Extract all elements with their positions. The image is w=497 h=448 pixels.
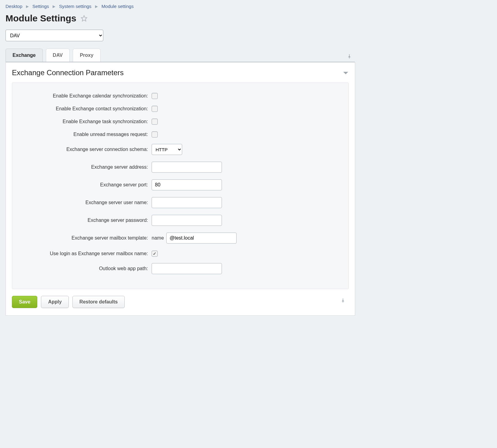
label-unread-req: Enable unread messages request: bbox=[20, 132, 152, 137]
breadcrumb-settings[interactable]: Settings bbox=[32, 4, 49, 9]
svg-marker-0 bbox=[81, 16, 87, 21]
checkbox-unread-req[interactable] bbox=[152, 131, 158, 138]
label-task-sync: Enable Exchange task synchronization: bbox=[20, 119, 152, 124]
input-owa-path[interactable] bbox=[152, 263, 222, 274]
tab-proxy[interactable]: Proxy bbox=[73, 49, 100, 62]
tab-exchange[interactable]: Exchange bbox=[6, 49, 43, 62]
label-mailbox-template: Exchange server mailbox template: bbox=[20, 235, 152, 241]
breadcrumb: Desktop ▶ Settings ▶ System settings ▶ M… bbox=[6, 4, 355, 9]
panel-title: Exchange Connection Parameters bbox=[12, 68, 124, 77]
pin-icon[interactable] bbox=[347, 54, 355, 62]
label-contact-sync: Enable Exchange contact synchronization: bbox=[20, 106, 152, 112]
form-box: Enable Exchange calendar synchronization… bbox=[12, 83, 349, 289]
label-password: Exchange server password: bbox=[20, 218, 152, 223]
tab-dav[interactable]: DAV bbox=[46, 49, 70, 62]
label-port: Exchange server port: bbox=[20, 182, 152, 188]
input-password[interactable] bbox=[152, 215, 222, 226]
breadcrumb-module-settings[interactable]: Module settings bbox=[101, 4, 134, 9]
collapse-icon[interactable] bbox=[343, 71, 349, 75]
select-schema[interactable]: HTTP bbox=[152, 144, 182, 155]
checkbox-task-sync[interactable] bbox=[152, 119, 158, 125]
input-port[interactable] bbox=[152, 179, 222, 190]
checkbox-contact-sync[interactable] bbox=[152, 106, 158, 112]
label-use-login: Use login as Exchange server mailbox nam… bbox=[20, 251, 152, 256]
input-username[interactable] bbox=[152, 197, 222, 208]
input-mailbox-template[interactable] bbox=[166, 233, 237, 244]
chevron-right-icon: ▶ bbox=[26, 4, 29, 9]
label-owa-path: Outlook web app path: bbox=[20, 266, 152, 271]
pin-icon[interactable] bbox=[340, 298, 349, 306]
label-address: Exchange server address: bbox=[20, 164, 152, 170]
label-calendar-sync: Enable Exchange calendar synchronization… bbox=[20, 93, 152, 99]
restore-defaults-button[interactable]: Restore defaults bbox=[72, 296, 125, 308]
label-username: Exchange server user name: bbox=[20, 200, 152, 205]
module-select[interactable]: DAV bbox=[6, 30, 103, 41]
breadcrumb-desktop[interactable]: Desktop bbox=[6, 4, 22, 9]
checkbox-use-login[interactable] bbox=[152, 251, 158, 257]
chevron-right-icon: ▶ bbox=[53, 4, 55, 9]
favorite-star-icon[interactable] bbox=[81, 15, 87, 22]
apply-button[interactable]: Apply bbox=[41, 296, 68, 308]
save-button[interactable]: Save bbox=[12, 296, 37, 308]
breadcrumb-system-settings[interactable]: System settings bbox=[59, 4, 91, 9]
mailbox-prefix: name bbox=[152, 235, 164, 241]
tabs: Exchange DAV Proxy bbox=[6, 49, 101, 62]
input-address[interactable] bbox=[152, 162, 222, 173]
page-title: Module Settings bbox=[6, 13, 76, 24]
chevron-right-icon: ▶ bbox=[95, 4, 98, 9]
checkbox-calendar-sync[interactable] bbox=[152, 93, 158, 99]
exchange-panel: Exchange Connection Parameters Enable Ex… bbox=[6, 62, 355, 316]
label-schema: Exchange server connection schema: bbox=[20, 147, 152, 152]
svg-marker-1 bbox=[343, 72, 348, 74]
